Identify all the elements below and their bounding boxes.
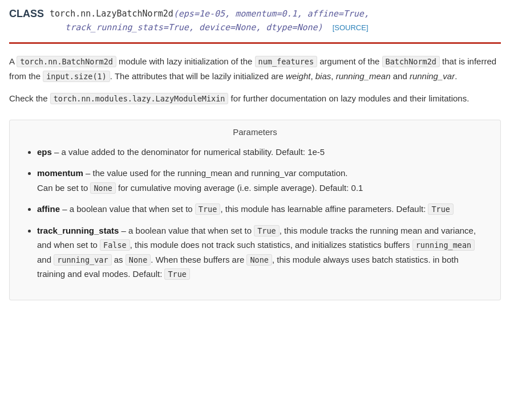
param-running-var: running_var: [54, 254, 111, 266]
param-false-track: False: [100, 239, 130, 251]
params-signature-2: track_running_stats=True, device=None, d…: [65, 22, 323, 32]
desc1-mid5: ,: [310, 71, 315, 81]
param-desc-affine-2: , this module has learnable affine param…: [220, 204, 428, 214]
desc1-mid2: argument of the: [317, 56, 382, 66]
param-desc-affine-1: – a boolean value that when set to: [62, 204, 195, 214]
param-desc-track-6: . When these buffers are: [151, 255, 246, 264]
description-paragraph-2: Check the torch.nn.modules.lazy.LazyModu…: [9, 91, 501, 106]
param-desc-momentum-2: for cumulative moving average (i.e. simp…: [116, 183, 363, 193]
class-keyword: CLASS: [9, 8, 44, 20]
desc2-mid: for further documentation on lazy module…: [228, 93, 469, 103]
parameter-list: eps – a value added to the denominator f…: [21, 145, 489, 282]
param-none-track2: None: [246, 254, 272, 266]
param-desc-eps: – a value added to the denominator for n…: [54, 147, 325, 157]
desc1-code2: num_features: [255, 56, 318, 67]
desc1-code3: BatchNorm2d: [382, 56, 440, 67]
desc2-code1: torch.nn.modules.lazy.LazyModuleMixin: [50, 93, 229, 104]
list-item: affine – a boolean value that when set t…: [37, 202, 489, 217]
desc1-code1: torch.nn.BatchNorm2d: [17, 56, 116, 67]
class-signature-line2: track_running_stats=True, device=None, d…: [50, 21, 369, 34]
param-default-affine: True: [428, 203, 454, 215]
desc1-mid7: and: [391, 71, 410, 81]
param-name-affine: affine: [37, 204, 60, 214]
parameters-section: Parameters eps – a value added to the de…: [9, 120, 501, 300]
desc1-end: .: [455, 71, 457, 81]
param-name-track: track_running_stats: [37, 226, 119, 235]
param-none-track: None: [126, 254, 151, 266]
desc1-em1: weight: [286, 71, 310, 81]
param-running-mean: running_mean: [412, 239, 475, 251]
param-desc-track-5: as: [112, 255, 126, 264]
desc1-em4: running_var: [410, 71, 455, 81]
desc2-pre: Check the: [9, 93, 50, 103]
list-item: momentum – the value used for the runnin…: [37, 166, 489, 195]
param-none-momentum: None: [90, 182, 116, 194]
desc1-mid4: . The attributes that will be lazily ini…: [110, 71, 286, 81]
desc1-mid6: ,: [331, 71, 335, 81]
source-link[interactable]: [SOURCE]: [333, 23, 369, 32]
class-name: torch.nn.LazyBatchNorm2d: [50, 9, 173, 19]
desc1-em2: bias: [315, 71, 331, 81]
param-true-affine: True: [195, 203, 221, 215]
param-true-track1: True: [254, 225, 280, 236]
class-signature-block: torch.nn.LazyBatchNorm2d(eps=1e-05, mome…: [50, 7, 369, 34]
param-name-eps: eps: [37, 147, 52, 157]
param-name-momentum: momentum: [37, 168, 83, 178]
param-default-track: True: [164, 268, 190, 280]
desc1-pre: A: [9, 56, 17, 66]
class-header: CLASS torch.nn.LazyBatchNorm2d(eps=1e-05…: [9, 7, 501, 44]
desc1-mid1: module with lazy initialization of the: [116, 56, 255, 66]
desc1-em3: running_mean: [336, 71, 391, 81]
description-paragraph-1: A torch.nn.BatchNorm2d module with lazy …: [9, 54, 501, 83]
parameters-title: Parameters: [21, 127, 489, 137]
list-item: track_running_stats – a boolean value th…: [37, 223, 489, 282]
desc1-code4: input.size(1): [43, 71, 110, 82]
list-item: eps – a value added to the denominator f…: [37, 145, 489, 160]
param-desc-track-1: – a boolean value that when set to: [122, 226, 254, 235]
class-signature-line1: torch.nn.LazyBatchNorm2d(eps=1e-05, mome…: [50, 7, 369, 21]
param-desc-track-3: , this module does not track such statis…: [130, 240, 412, 250]
params-signature-1: (eps=1e-05, momentum=0.1, affine=True,: [173, 9, 369, 19]
param-desc-track-4: and: [37, 255, 54, 264]
